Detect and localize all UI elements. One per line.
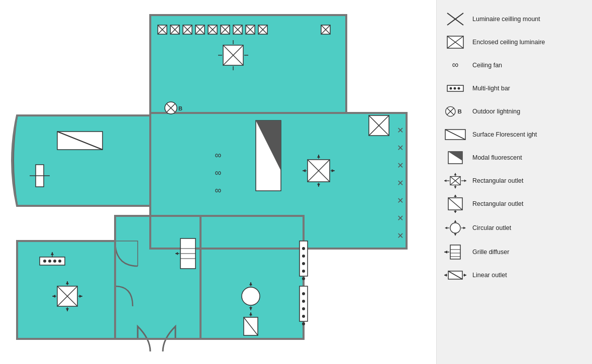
circular-outlet-label: Circular outlet — [472, 224, 511, 232]
svg-marker-170 — [463, 226, 465, 229]
svg-text:∞: ∞ — [215, 168, 222, 178]
svg-point-116 — [302, 315, 305, 318]
svg-marker-180 — [444, 274, 447, 277]
linear-outlet-icon — [444, 268, 466, 282]
svg-text:✕: ✕ — [397, 214, 404, 222]
svg-point-113 — [302, 292, 305, 295]
legend-item-surface-florescent: Surface Florescent ight — [444, 126, 584, 144]
svg-text:✕: ✕ — [397, 144, 404, 152]
svg-text:✕: ✕ — [397, 161, 404, 170]
svg-point-162 — [450, 223, 460, 233]
svg-point-111 — [302, 277, 305, 280]
svg-point-86 — [58, 260, 61, 263]
svg-marker-161 — [454, 211, 457, 213]
svg-marker-176 — [444, 251, 447, 254]
outdoor-lightning-label: Outdoor lightning — [472, 107, 520, 115]
svg-point-109 — [302, 262, 305, 265]
svg-marker-182 — [464, 274, 466, 277]
svg-point-83 — [43, 260, 46, 263]
legend-item-modal-fluorescent: Modal fluorescent — [444, 149, 584, 167]
legend-item-multi-light-bar: Multi-light bar — [444, 79, 584, 97]
svg-text:✕: ✕ — [397, 179, 404, 187]
grille-diffuser-label: Grille diffuser — [472, 248, 509, 256]
svg-point-84 — [48, 260, 51, 263]
surface-florescent-icon — [444, 129, 466, 141]
svg-marker-164 — [454, 220, 456, 222]
svg-rect-171 — [450, 245, 460, 259]
legend-item-circular-outlet: Circular outlet — [444, 218, 584, 238]
svg-point-110 — [302, 270, 305, 273]
legend-item-outdoor-lightning: B Outdoor lightning — [444, 102, 584, 120]
ceiling-fan-label: Ceiling fan — [472, 61, 502, 69]
outdoor-lightning-icon: B — [444, 104, 466, 118]
svg-text:B: B — [178, 105, 182, 111]
svg-point-107 — [302, 247, 305, 250]
svg-rect-3 — [115, 216, 201, 339]
svg-marker-159 — [454, 195, 457, 197]
modal-fluorescent-icon — [444, 151, 466, 165]
svg-text:✕: ✕ — [397, 196, 404, 205]
rectangular-outlet-2-icon — [444, 195, 466, 213]
svg-marker-155 — [464, 179, 466, 182]
svg-text:B: B — [457, 108, 461, 114]
svg-text:✕: ✕ — [397, 231, 404, 240]
circular-outlet-icon — [444, 218, 466, 238]
svg-marker-151 — [454, 186, 456, 188]
luminaire-ceiling-label: Luminaire ceilling mount — [472, 15, 540, 23]
rectangular-outlet-2-label: Rectangular outlet — [472, 200, 523, 208]
main-container: .room-fill { fill: #4ecdc4; stroke: #666… — [0, 0, 592, 364]
svg-marker-153 — [444, 179, 446, 182]
legend-item-grille-diffuser: Grille diffuser — [444, 243, 584, 261]
svg-point-136 — [458, 87, 460, 90]
ceiling-fan-icon: ∞ — [444, 60, 466, 70]
svg-marker-168 — [445, 226, 447, 229]
svg-point-115 — [302, 307, 305, 310]
rectangular-outlet-1-icon — [444, 172, 466, 190]
svg-text:✕: ✕ — [397, 126, 404, 135]
svg-point-114 — [302, 300, 305, 303]
legend: Luminaire ceilling mount Enclosed ceilin… — [436, 0, 592, 364]
luminaire-ceiling-icon — [444, 12, 466, 26]
enclosed-ceiling-label: Enclosed ceiling luminaire — [472, 38, 545, 46]
svg-marker-149 — [454, 173, 456, 175]
legend-item-linear-outlet: Linear outlet — [444, 266, 584, 284]
svg-point-118 — [242, 287, 260, 305]
svg-text:∞: ∞ — [215, 185, 222, 195]
surface-florescent-label: Surface Florescent ight — [472, 131, 537, 139]
svg-text:∞: ∞ — [215, 150, 222, 160]
svg-point-85 — [53, 260, 56, 263]
linear-outlet-label: Linear outlet — [472, 271, 507, 279]
modal-fluorescent-label: Modal fluorescent — [472, 154, 522, 162]
rectangular-outlet-1-label: Rectangular outlet — [472, 177, 523, 185]
grille-diffuser-icon — [444, 243, 466, 261]
svg-point-135 — [454, 87, 456, 90]
floor-plan: .room-fill { fill: #4ecdc4; stroke: #666… — [0, 0, 436, 364]
legend-item-ceiling-fan: ∞ Ceiling fan — [444, 56, 584, 74]
multi-light-bar-icon — [444, 81, 466, 95]
legend-item-rectangular-outlet-2: Rectangular outlet — [444, 195, 584, 213]
svg-marker-166 — [454, 233, 456, 235]
multi-light-bar-label: Multi-light bar — [472, 84, 510, 92]
enclosed-ceiling-icon — [444, 35, 466, 49]
svg-point-117 — [302, 322, 305, 325]
svg-text:∞: ∞ — [452, 60, 459, 70]
legend-item-rectangular-outlet-1: Rectangular outlet — [444, 172, 584, 190]
legend-item-luminaire-ceiling: Luminaire ceilling mount — [444, 10, 584, 28]
svg-point-134 — [450, 87, 452, 90]
legend-item-enclosed-ceiling: Enclosed ceiling luminaire — [444, 33, 584, 51]
svg-point-108 — [302, 255, 305, 258]
